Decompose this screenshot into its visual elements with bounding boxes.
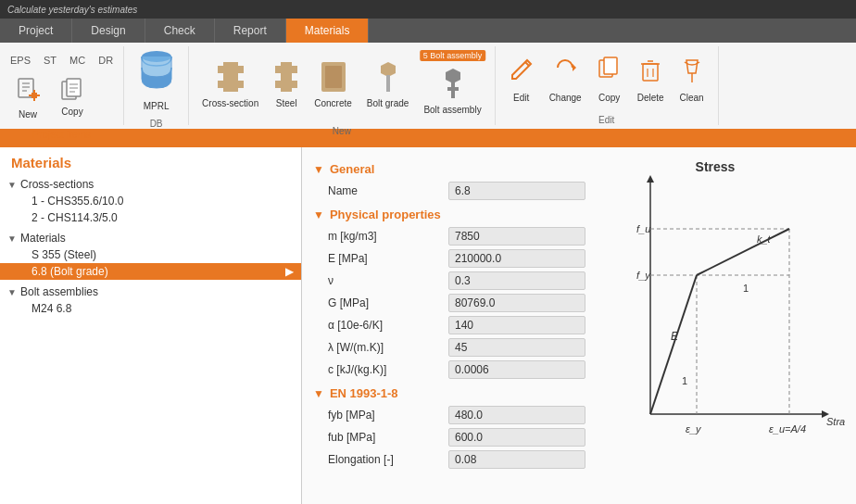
mass-row: m [kg/m3] 7850 <box>313 227 585 246</box>
alpha-row: α [10e-6/K] 140 <box>313 316 585 334</box>
tree-item-68bolt[interactable]: 6.8 (Bolt grade) ▶ <box>0 263 301 280</box>
concrete-button[interactable]: Concrete <box>308 57 358 112</box>
cross-sections-label: Cross-sections <box>20 178 94 191</box>
concrete-label: Concrete <box>314 98 352 108</box>
kt-annotation: k_t <box>757 233 772 245</box>
edit-label: Edit <box>513 93 529 103</box>
ribbon-group-db: MPRL DB <box>124 46 189 125</box>
copy-btn-label: Copy <box>61 107 82 117</box>
svg-marker-23 <box>446 69 460 83</box>
mass-value: 7850 <box>448 227 585 246</box>
m24-label: M24 6.8 <box>31 302 71 315</box>
st-btn[interactable]: ST <box>41 54 59 67</box>
g-row: G [MPa] 80769.0 <box>313 294 585 312</box>
tab-design[interactable]: Design <box>72 19 145 43</box>
tree-item-m24[interactable]: M24 6.8 <box>0 300 301 317</box>
tree-node-materials: ▼ Materials S 355 (Steel) 6.8 (Bolt grad… <box>0 228 301 282</box>
copy-button[interactable]: Copy <box>52 72 93 123</box>
clean-icon <box>679 55 705 91</box>
bolt-grade-icon <box>375 60 401 96</box>
general-toggle[interactable]: ▼ <box>313 163 324 176</box>
e-label: E [MPa] <box>328 252 448 265</box>
copy-edit-button[interactable]: Copy <box>591 51 628 107</box>
dr-btn[interactable]: DR <box>95 54 116 67</box>
database-icon <box>138 47 175 99</box>
tab-report[interactable]: Report <box>215 19 286 43</box>
toggle-bolt-assemblies: ▼ <box>7 287 19 297</box>
steel-button[interactable]: Steel <box>268 57 305 112</box>
svg-marker-38 <box>647 175 654 183</box>
bolt-grade-button[interactable]: Bolt grade <box>361 57 415 112</box>
name-row: Name 6.8 <box>313 182 585 200</box>
tree-item-bolt-assemblies[interactable]: ▼ Bolt assemblies <box>0 284 301 300</box>
cross-section-button[interactable]: Cross-section <box>196 57 264 112</box>
svg-rect-14 <box>218 66 244 73</box>
e-annotation: E <box>671 330 679 343</box>
cross-section-label: Cross-section <box>202 98 258 108</box>
tab-project[interactable]: Project <box>0 19 72 43</box>
svg-rect-20 <box>325 66 342 88</box>
tree-item-chs355[interactable]: 1 - CHS355.6/10.0 <box>0 193 301 209</box>
chart-title: Stress <box>696 159 736 174</box>
properties-panel: ▼ General Name 6.8 ▼ Physical properties… <box>302 147 597 504</box>
clean-button[interactable]: Clean <box>673 51 711 107</box>
new-group-label: New <box>333 122 351 136</box>
tree-item-materials[interactable]: ▼ Materials <box>0 230 301 246</box>
fyb-label: fyb [MPa] <box>328 409 448 422</box>
physical-section-title: Physical properties <box>330 208 441 221</box>
chs114-label: 2 - CHS114.3/5.0 <box>31 211 118 224</box>
bolt-assembly-selected-indicator: 5 Bolt assembly <box>420 50 486 61</box>
chs355-label: 1 - CHS355.6/10.0 <box>31 195 123 208</box>
change-label: Change <box>549 93 582 103</box>
mprl-button[interactable]: MPRL <box>132 44 181 115</box>
edit-group-label: Edit <box>598 111 614 125</box>
eu-label: ε_u=A/4 <box>769 423 806 435</box>
materials-title: Materials <box>0 147 301 174</box>
nu-value: 0.3 <box>448 271 585 290</box>
tree-item-s355[interactable]: S 355 (Steel) <box>0 246 301 263</box>
fub-value: 600.0 <box>448 428 585 447</box>
lambda-value: 45 <box>448 338 585 357</box>
eps-btn[interactable]: EPS <box>7 54 33 67</box>
delete-icon <box>637 55 663 91</box>
delete-button[interactable]: Delete <box>632 51 670 107</box>
ribbon-edit-items: Edit Change Copy Delete <box>503 46 711 111</box>
c-row: c [kJ/(kg.K)] 0.0006 <box>313 360 585 379</box>
alpha-value: 140 <box>448 316 585 334</box>
one-annotation-1: 1 <box>682 375 687 386</box>
ribbon: EPS ST MC DR New Copy <box>0 43 856 131</box>
one-annotation-2: 1 <box>743 283 749 294</box>
toggle-materials: ▼ <box>7 233 19 244</box>
ribbon-items-project: EPS ST MC DR New Copy <box>7 50 116 127</box>
bolt-assembly-button[interactable]: 5 Bolt assembly Bolt assembly <box>418 50 486 119</box>
bolt-assembly-label: Bolt assembly <box>423 105 481 115</box>
elongation-value: 0.08 <box>448 450 585 469</box>
ribbon-group-new: Cross-section Steel Concrete Bolt grade <box>189 46 496 125</box>
fy-label: f_y <box>636 270 651 281</box>
new-button[interactable]: New <box>7 72 48 123</box>
svg-marker-21 <box>381 62 396 77</box>
mc-btn[interactable]: MC <box>67 54 88 67</box>
main-area: Materials ▼ Cross-sections 1 - CHS355.6/… <box>0 147 856 504</box>
tree-item-cross-sections[interactable]: ▼ Cross-sections <box>0 176 301 193</box>
tree-item-chs114[interactable]: 2 - CHS114.3/5.0 <box>0 209 301 226</box>
nu-label: ν <box>328 274 448 287</box>
name-label: Name <box>328 184 448 197</box>
clean-label: Clean <box>680 93 704 103</box>
edit-button[interactable]: Edit <box>503 51 540 107</box>
ribbon-group-edit: Edit Change Copy Delete <box>496 46 719 125</box>
selected-arrow: ▶ <box>285 265 294 278</box>
copy-icon <box>59 76 85 105</box>
bolt-grade-label: Bolt grade <box>367 98 409 108</box>
steel-label: Steel <box>276 98 297 108</box>
bolt-grade-68-label: 6.8 (Bolt grade) <box>31 265 108 278</box>
en1993-section-header: ▼ EN 1993-1-8 <box>313 386 585 400</box>
ribbon-group-project-items: EPS ST MC DR New Copy <box>0 46 124 125</box>
tab-check[interactable]: Check <box>145 19 215 43</box>
general-section-header: ▼ General <box>313 162 585 176</box>
physical-toggle[interactable]: ▼ <box>313 208 324 221</box>
tab-materials[interactable]: Materials <box>286 19 370 43</box>
fyb-value: 480.0 <box>448 406 585 424</box>
en1993-toggle[interactable]: ▼ <box>313 387 324 400</box>
change-button[interactable]: Change <box>544 51 587 107</box>
